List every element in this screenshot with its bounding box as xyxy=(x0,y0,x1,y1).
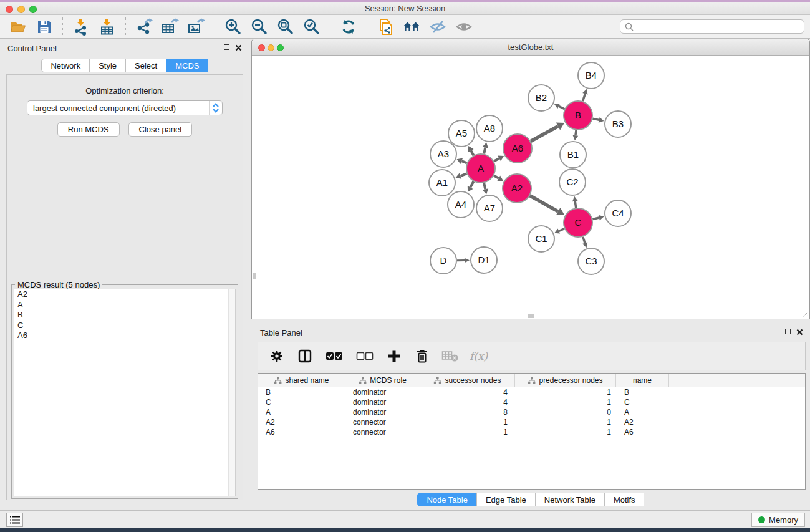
graph-node-A3[interactable]: A3 xyxy=(430,141,456,167)
graph-edge-A2-C[interactable] xyxy=(530,196,564,215)
graph-edge-B-B2[interactable] xyxy=(554,104,565,109)
delete-column-trash-icon[interactable] xyxy=(413,347,431,365)
task-history-button[interactable] xyxy=(6,513,23,527)
zoom-out-icon[interactable] xyxy=(250,17,269,36)
graph-node-B4[interactable]: B4 xyxy=(578,62,604,89)
graph-node-D[interactable]: D xyxy=(430,248,456,274)
canvas-horizontal-scroll-nub[interactable] xyxy=(528,314,534,318)
graph-edge-B-B4[interactable] xyxy=(582,89,587,101)
float-table-panel-icon[interactable] xyxy=(785,329,791,334)
graph-edge-A-A2[interactable] xyxy=(494,175,503,181)
close-panel-icon[interactable] xyxy=(235,44,242,51)
run-mcds-button[interactable]: Run MCDS xyxy=(57,122,120,137)
control-panel-tab[interactable]: MCDS xyxy=(166,59,208,72)
export-network-icon[interactable] xyxy=(135,17,153,36)
control-panel-tab[interactable]: Style xyxy=(89,59,125,72)
criterion-dropdown[interactable]: largest connected component (directed) xyxy=(27,100,223,115)
graph-node-C[interactable]: C xyxy=(564,208,592,237)
graph-edge-A-A1[interactable] xyxy=(456,173,467,178)
column-layout-icon[interactable] xyxy=(296,347,314,365)
mcds-result-item[interactable]: C xyxy=(14,321,235,331)
graph-edge-A-A8[interactable] xyxy=(482,142,488,153)
mcds-result-item[interactable]: A6 xyxy=(14,331,235,341)
graph-edge-D-D1[interactable] xyxy=(457,258,470,263)
graph-node-A[interactable]: A xyxy=(466,154,495,183)
column-header[interactable]: MCDS role xyxy=(345,374,420,387)
mcds-result-item[interactable]: A xyxy=(14,300,235,311)
zoom-in-icon[interactable] xyxy=(224,17,243,36)
save-session-icon[interactable] xyxy=(35,17,54,36)
table-type-tab[interactable]: Edge Table xyxy=(476,493,535,506)
graph-edge-C-C1[interactable] xyxy=(554,228,564,233)
graph-edge-C-C3[interactable] xyxy=(582,237,587,248)
graph-edge-A-A4[interactable] xyxy=(468,181,474,192)
graph-node-A7[interactable]: A7 xyxy=(476,195,503,221)
graph-node-A4[interactable]: A4 xyxy=(448,191,474,218)
column-header[interactable]: name xyxy=(616,374,669,387)
close-panel-button[interactable]: Close panel xyxy=(128,122,193,137)
export-table-icon[interactable] xyxy=(161,17,180,36)
graph-node-A8[interactable]: A8 xyxy=(476,115,503,142)
refresh-view-icon[interactable] xyxy=(339,17,358,36)
control-panel-tab[interactable]: Select xyxy=(125,59,166,72)
graph-edge-A-A5[interactable] xyxy=(468,146,474,155)
zoom-fit-icon[interactable] xyxy=(276,17,295,36)
table-row[interactable]: C dominator 4 1 C xyxy=(258,397,805,407)
mcds-result-item[interactable]: A2 xyxy=(14,289,235,300)
window-resize-grip[interactable] xyxy=(800,309,809,318)
memory-button[interactable]: Memory xyxy=(751,513,805,527)
close-table-panel-icon[interactable] xyxy=(796,329,803,336)
column-header[interactable]: predecessor nodes xyxy=(515,374,616,387)
graph-edge-A6-B[interactable] xyxy=(531,122,564,141)
graph-edge-A-A6[interactable] xyxy=(494,156,504,162)
float-panel-icon[interactable] xyxy=(224,44,229,50)
graph-node-A2[interactable]: A2 xyxy=(503,174,531,203)
import-table-icon[interactable] xyxy=(98,17,117,36)
graph-edge-B-B1[interactable] xyxy=(573,130,579,140)
graph-node-D1[interactable]: D1 xyxy=(471,247,497,273)
graph-edge-A-A7[interactable] xyxy=(482,183,488,194)
table-settings-gear-icon[interactable] xyxy=(268,347,286,365)
canvas-vertical-scroll-nub[interactable] xyxy=(253,273,256,279)
delete-table-icon[interactable] xyxy=(441,347,459,365)
graph-node-B[interactable]: B xyxy=(564,101,592,130)
network-window-titlebar[interactable]: testGlobe.txt xyxy=(252,39,809,56)
graph-node-A1[interactable]: A1 xyxy=(429,170,455,196)
duplicate-network-icon[interactable] xyxy=(376,17,395,36)
graph-node-C2[interactable]: C2 xyxy=(559,169,586,195)
graph-node-B1[interactable]: B1 xyxy=(560,142,586,168)
deselect-all-columns-icon[interactable] xyxy=(355,347,375,365)
import-network-icon[interactable] xyxy=(72,17,90,36)
function-builder-fx-icon[interactable]: f(x) xyxy=(470,350,488,362)
graph-edge-B-B3[interactable] xyxy=(592,117,604,123)
search-input[interactable] xyxy=(634,22,804,31)
graph-node-C4[interactable]: C4 xyxy=(605,200,631,226)
graph-node-B3[interactable]: B3 xyxy=(605,111,631,137)
hide-selected-eye-icon[interactable] xyxy=(428,17,447,36)
graph-node-C1[interactable]: C1 xyxy=(528,226,554,252)
result-list-scrollbar[interactable] xyxy=(228,289,235,496)
table-row[interactable]: A2 connector 1 1 A2 xyxy=(258,417,805,427)
graph-node-A6[interactable]: A6 xyxy=(503,134,532,163)
column-header[interactable]: shared name xyxy=(258,374,345,387)
show-all-eye-icon[interactable] xyxy=(455,17,473,36)
table-type-tab[interactable]: Node Table xyxy=(417,493,476,506)
create-column-plus-icon[interactable] xyxy=(385,347,403,365)
zoom-selected-icon[interactable] xyxy=(302,17,321,36)
open-session-icon[interactable] xyxy=(9,17,27,36)
search-field[interactable] xyxy=(620,19,804,34)
table-type-tab[interactable]: Network Table xyxy=(535,493,604,506)
network-canvas[interactable]: B4B2BB3A8A5A6B1A3AA1C2A2A4A7C4CC1C3DD1 xyxy=(252,56,809,319)
graph-edge-C-C4[interactable] xyxy=(592,215,604,221)
export-image-icon[interactable] xyxy=(187,17,206,36)
table-type-tab[interactable]: Motifs xyxy=(604,493,644,506)
control-panel-tab[interactable]: Network xyxy=(41,59,89,72)
table-row[interactable]: B dominator 4 1 B xyxy=(258,387,805,397)
table-row[interactable]: A6 connector 1 1 A6 xyxy=(258,427,805,437)
graph-edge-A-A3[interactable] xyxy=(456,158,466,164)
graph-edge-C-C2[interactable] xyxy=(572,196,578,208)
column-header[interactable]: successor nodes xyxy=(420,374,515,387)
mcds-result-item[interactable]: B xyxy=(14,310,235,321)
graph-node-B2[interactable]: B2 xyxy=(528,85,554,111)
graph-node-C3[interactable]: C3 xyxy=(578,248,604,274)
